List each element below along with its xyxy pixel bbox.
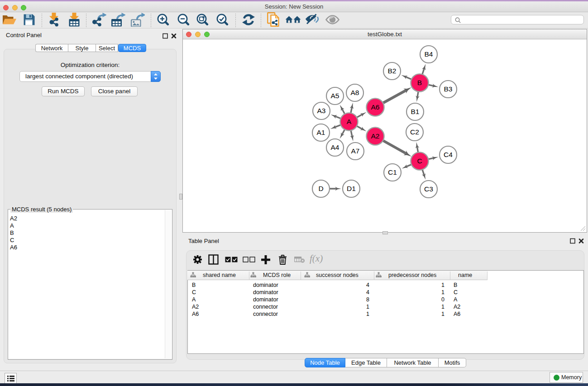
svg-text:C3: C3 (424, 185, 433, 193)
svg-text:A8: A8 (351, 89, 359, 96)
svg-text:C: C (417, 157, 422, 165)
svg-text:A3: A3 (317, 107, 326, 114)
svg-text:A2: A2 (371, 132, 380, 140)
svg-text:A5: A5 (331, 92, 339, 100)
svg-text:A7: A7 (351, 147, 360, 155)
svg-text:D1: D1 (347, 185, 356, 192)
svg-text:C4: C4 (444, 151, 453, 158)
svg-text:D: D (318, 185, 323, 192)
svg-text:B2: B2 (388, 67, 397, 75)
svg-text:A: A (347, 118, 352, 125)
svg-text:C1: C1 (388, 168, 397, 176)
svg-text:B: B (417, 79, 422, 86)
svg-text:B4: B4 (425, 50, 433, 58)
svg-text:C2: C2 (410, 128, 419, 136)
svg-text:A1: A1 (317, 129, 325, 136)
svg-text:B3: B3 (444, 85, 453, 93)
svg-text:B1: B1 (411, 108, 420, 115)
svg-text:A6: A6 (371, 103, 380, 111)
svg-text:A4: A4 (331, 143, 339, 151)
